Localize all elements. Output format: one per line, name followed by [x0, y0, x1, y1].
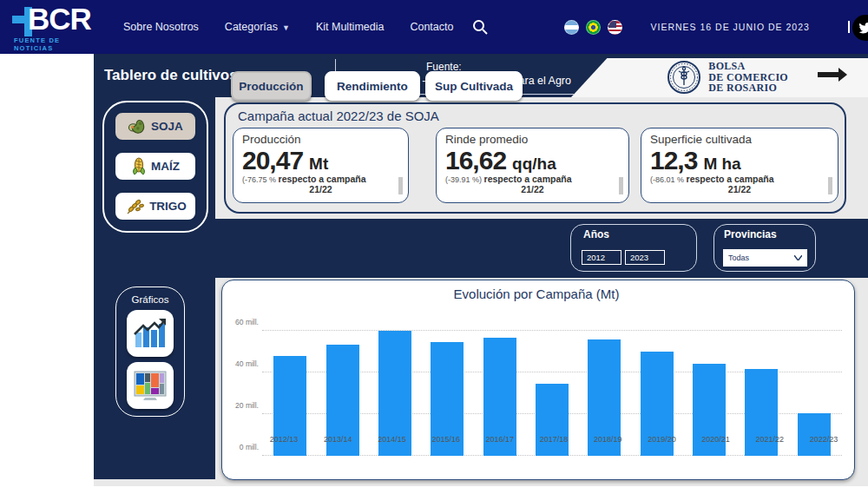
chart-title: Evolución por Campaña (Mt) — [229, 287, 844, 301]
provinces-selected-value: Todas — [728, 254, 749, 262]
x-axis-labels: 2012/132013/142014/152015/162016/172017/… — [257, 435, 851, 444]
kpi-value: 16,62 — [445, 147, 506, 175]
kpi-note2: 21/22 — [242, 185, 399, 194]
kpi-unit: M ha — [703, 155, 740, 174]
graficos-panel: Gráficos — [115, 287, 185, 417]
bolsa-seal-icon — [667, 60, 701, 95]
crop-label: SOJA — [151, 120, 183, 133]
bar-chart-trend-icon — [133, 317, 168, 350]
y-axis-tick: 0 mill. — [229, 443, 259, 451]
graficos-label: Gráficos — [116, 294, 184, 305]
current-date: VIERNES 16 DE JUNIO DE 2023 — [650, 22, 809, 32]
kpi-unit: qq/ha — [512, 155, 556, 174]
bcr-logo-tagline: FUENTE DE NOTICIAS — [14, 36, 102, 52]
kpi-card-produccion: Producción 20,47 Mt (-76.75 % respecto a… — [233, 128, 409, 203]
kpi-card-rinde: Rinde promedio 16,62 qq/ha (-39.91 %) re… — [436, 128, 629, 203]
divider — [848, 21, 850, 33]
evolution-chart: Evolución por Campaña (Mt) 0 mill.20 mil… — [221, 280, 855, 480]
x-axis-label: 2018/19 — [581, 435, 635, 444]
search-icon[interactable] — [472, 19, 488, 35]
bolsa-name: BOLSA DE COMERCIO DE ROSARIO — [708, 61, 788, 94]
x-axis-label: 2022/23 — [797, 435, 851, 444]
crop-selector: SOJA MAÍZ — [102, 101, 208, 233]
kpi-title: Producción — [242, 133, 399, 146]
x-axis-label: 2016/17 — [473, 435, 527, 444]
tab-rendimiento[interactable]: Rendimiento — [325, 71, 420, 101]
trigo-icon — [124, 198, 145, 215]
chevron-down-icon: ▼ — [282, 23, 290, 32]
crop-label: MAÍZ — [151, 160, 180, 173]
crop-button-trigo[interactable]: TRIGO — [114, 191, 197, 221]
treemap-view-button[interactable] — [127, 362, 174, 409]
chevron-down-icon — [794, 255, 802, 260]
plot-area: 0 mill.20 mill.40 mill.60 mill. — [229, 308, 844, 456]
kpi-card-superficie: Superficie cultivada 12,3 M ha (-86.01 %… — [641, 128, 838, 203]
nav-item-kit-multimedia[interactable]: Kit Multimedia — [316, 21, 385, 33]
kpi-value: 12,3 — [650, 147, 697, 175]
years-label: Años — [583, 228, 609, 240]
nav-item-sobre-nosotros[interactable]: Sobre Nosotros — [123, 21, 199, 33]
treemap-icon — [133, 370, 168, 401]
tab-produccion[interactable]: Producción — [231, 71, 312, 101]
kpi-value: 20,47 — [242, 147, 303, 175]
twitter-icon[interactable] — [852, 15, 868, 41]
next-page-arrow-icon[interactable] — [816, 66, 849, 83]
card-scrollbar[interactable] — [619, 177, 623, 194]
year-from-input[interactable] — [582, 250, 621, 265]
flag-argentina-icon[interactable] — [564, 20, 579, 35]
x-axis-label: 2014/15 — [365, 435, 418, 444]
campaign-title: Campaña actual 2022/23 de SOJA — [238, 109, 439, 123]
crop-button-soja[interactable]: SOJA — [114, 111, 197, 142]
tab-sup-cultivada[interactable]: Sup Cultivada — [425, 71, 523, 101]
years-filter: Años — [570, 224, 697, 272]
bars-container — [264, 308, 840, 456]
bcr-logo[interactable]: BCR FUENTE DE NOTICIAS — [0, 0, 102, 54]
crop-button-maiz[interactable]: MAÍZ — [114, 151, 197, 181]
crop-label: TRIGO — [149, 200, 187, 213]
y-axis-tick: 40 mill. — [229, 359, 259, 368]
nav-item-contacto[interactable]: Contacto — [410, 21, 453, 33]
x-axis-label: 2015/16 — [419, 435, 473, 444]
soja-icon — [128, 118, 147, 135]
dashboard-title: Tablero de cultivos — [104, 67, 238, 84]
kpi-note2: 21/22 — [650, 185, 829, 194]
maiz-icon — [131, 157, 147, 176]
bcr-logo-text: BCR — [28, 2, 91, 36]
kpi-note2: 21/22 — [445, 185, 620, 194]
bolsa-logo: BOLSA DE COMERCIO DE ROSARIO — [667, 60, 788, 95]
x-axis-label: 2017/18 — [527, 435, 581, 444]
y-axis-tick: 60 mill. — [229, 318, 259, 326]
kpi-title: Rinde promedio — [445, 133, 620, 146]
top-navbar: BCR FUENTE DE NOTICIAS Sobre Nosotros Ca… — [0, 0, 868, 54]
x-axis-label: 2020/21 — [689, 435, 743, 444]
flag-usa-icon[interactable] — [608, 20, 622, 35]
provinces-dropdown[interactable]: Todas — [723, 249, 807, 267]
x-axis-label: 2019/20 — [635, 435, 688, 444]
campaign-panel: Campaña actual 2022/23 de SOJA Producció… — [224, 102, 846, 214]
x-axis-label: 2021/22 — [743, 435, 797, 444]
year-to-input[interactable] — [625, 250, 665, 265]
tablero-dashboard: Tablero de cultivos Fuente: GEA - Guía E… — [94, 54, 868, 486]
x-axis-label: 2012/13 — [257, 435, 311, 444]
nav-menu: Sobre Nosotros Categorías▼ Kit Multimedi… — [123, 21, 453, 33]
kpi-title: Superficie cultivada — [650, 133, 829, 146]
nav-item-categorias[interactable]: Categorías▼ — [225, 21, 290, 33]
page: BCR FUENTE DE NOTICIAS Sobre Nosotros Ca… — [0, 0, 868, 494]
x-axis-label: 2013/14 — [311, 435, 365, 444]
kpi-unit: Mt — [309, 155, 328, 174]
card-scrollbar[interactable] — [828, 177, 832, 194]
card-scrollbar[interactable] — [398, 177, 403, 194]
bar-chart-view-button[interactable] — [127, 310, 174, 357]
bar-2017/18[interactable] — [536, 384, 569, 456]
flag-brasil-icon[interactable] — [586, 20, 601, 35]
provinces-label: Provincias — [724, 228, 777, 240]
y-axis-tick: 20 mill. — [229, 401, 259, 410]
language-flags — [564, 20, 622, 35]
provinces-filter: Provincias Todas — [713, 224, 816, 272]
